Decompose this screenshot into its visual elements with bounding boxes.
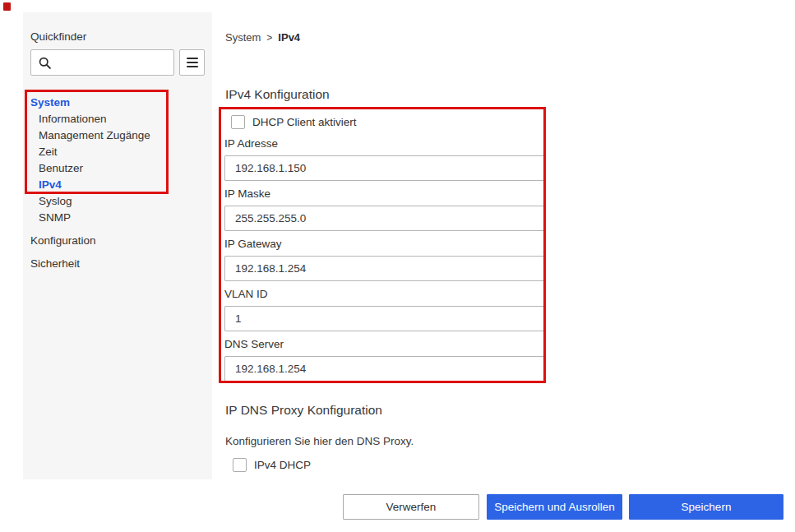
- quickfinder-search-row: [30, 49, 205, 76]
- field-group-dns-server: DNS Server: [224, 338, 544, 382]
- dhcp-client-checkbox[interactable]: [231, 115, 245, 129]
- breadcrumb-section[interactable]: System: [225, 31, 261, 44]
- ipv4-form: IP Adresse IP Maske IP Gateway VLAN ID D…: [224, 137, 544, 388]
- field-group-ip-maske: IP Maske: [224, 187, 544, 231]
- search-input[interactable]: [56, 50, 171, 75]
- hamburger-icon: [187, 58, 198, 67]
- ip-adresse-label: IP Adresse: [224, 137, 544, 150]
- ip-gateway-input[interactable]: [224, 256, 544, 281]
- dhcp-client-checkbox-label: DHCP Client aktiviert: [252, 116, 357, 128]
- field-group-ip-gateway: IP Gateway: [224, 238, 544, 281]
- ip-adresse-input[interactable]: [224, 155, 544, 181]
- ipv4-config-heading: IPv4 Konfiguration: [225, 87, 330, 102]
- search-box: [30, 49, 174, 76]
- annotation-marker: [3, 2, 11, 11]
- sidebar-item-management-zugaenge[interactable]: Management Zugänge: [30, 127, 203, 144]
- vlan-id-label: VLAN ID: [224, 288, 544, 301]
- breadcrumb-page: IPv4: [278, 31, 300, 44]
- breadcrumb-separator: >: [266, 32, 272, 44]
- sidebar-item-syslog[interactable]: Syslog: [30, 193, 203, 210]
- vlan-id-input[interactable]: [224, 306, 544, 331]
- dhcp-client-checkbox-row: DHCP Client aktiviert: [231, 115, 357, 129]
- sidebar-item-konfiguration[interactable]: Konfiguration: [30, 233, 203, 249]
- dns-server-label: DNS Server: [224, 338, 544, 351]
- dns-server-input[interactable]: [224, 356, 544, 382]
- ip-gateway-label: IP Gateway: [224, 238, 544, 251]
- save-button[interactable]: Speichern: [629, 494, 783, 520]
- sidebar-item-snmp[interactable]: SNMP: [30, 210, 203, 226]
- save-and-deploy-button[interactable]: Speichern und Ausrollen: [487, 494, 622, 520]
- sidebar-item-ipv4[interactable]: IPv4: [30, 177, 203, 193]
- ipv4-dhcp-checkbox-row: IPv4 DHCP: [233, 458, 311, 472]
- field-group-vlan-id: VLAN ID: [224, 288, 544, 331]
- sidebar-item-sicherheit[interactable]: Sicherheit: [30, 256, 203, 272]
- ip-maske-input[interactable]: [224, 206, 544, 231]
- search-icon: [38, 56, 52, 70]
- sidebar-item-zeit[interactable]: Zeit: [30, 144, 203, 160]
- discard-button[interactable]: Verwerfen: [343, 494, 479, 520]
- menu-button[interactable]: [179, 49, 205, 76]
- quickfinder-label: Quickfinder: [30, 30, 86, 43]
- sidebar-item-benutzer[interactable]: Benutzer: [30, 160, 203, 177]
- ipv4-dhcp-checkbox[interactable]: [233, 458, 247, 472]
- sidebar: Quickfinder System Informationen Managem…: [23, 12, 212, 479]
- ipv4-dhcp-checkbox-label: IPv4 DHCP: [254, 459, 311, 471]
- sidebar-item-informationen[interactable]: Informationen: [30, 111, 203, 127]
- sidebar-nav: System Informationen Management Zugänge …: [30, 95, 203, 272]
- sidebar-item-system[interactable]: System: [30, 95, 203, 111]
- dns-proxy-hint: Konfigurieren Sie hier den DNS Proxy.: [225, 435, 414, 447]
- ip-maske-label: IP Maske: [224, 187, 544, 201]
- breadcrumb: System>IPv4: [225, 31, 300, 44]
- dns-proxy-heading: IP DNS Proxy Konfiguration: [225, 403, 382, 418]
- field-group-ip-adresse: IP Adresse: [224, 137, 544, 181]
